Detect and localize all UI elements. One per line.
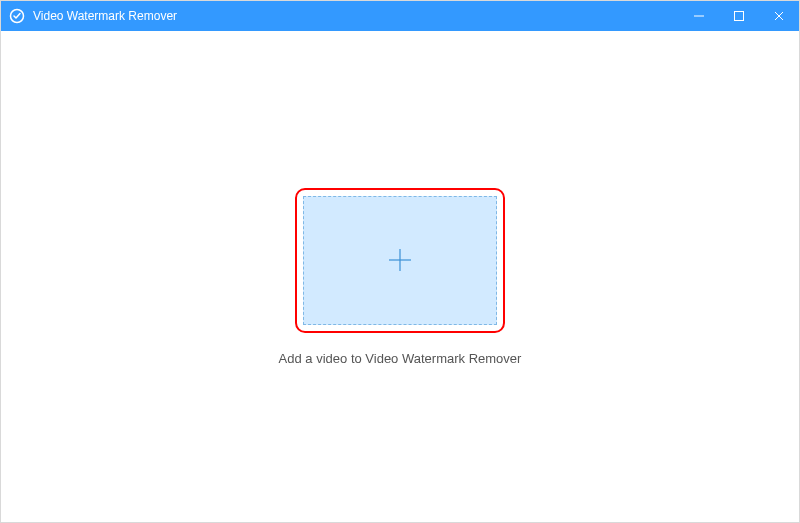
minimize-button[interactable] bbox=[679, 1, 719, 31]
window-controls bbox=[679, 1, 799, 31]
add-video-dropzone[interactable] bbox=[295, 188, 505, 333]
app-logo-icon bbox=[9, 8, 25, 24]
titlebar: Video Watermark Remover bbox=[1, 1, 799, 31]
app-window: Video Watermark Remover bbox=[0, 0, 800, 523]
svg-rect-2 bbox=[735, 12, 744, 21]
main-content: Add a video to Video Watermark Remover bbox=[1, 31, 799, 522]
dropzone-hint: Add a video to Video Watermark Remover bbox=[279, 351, 522, 366]
app-title: Video Watermark Remover bbox=[33, 9, 177, 23]
close-button[interactable] bbox=[759, 1, 799, 31]
maximize-button[interactable] bbox=[719, 1, 759, 31]
dropzone-inner bbox=[303, 196, 497, 325]
plus-icon bbox=[386, 246, 414, 274]
